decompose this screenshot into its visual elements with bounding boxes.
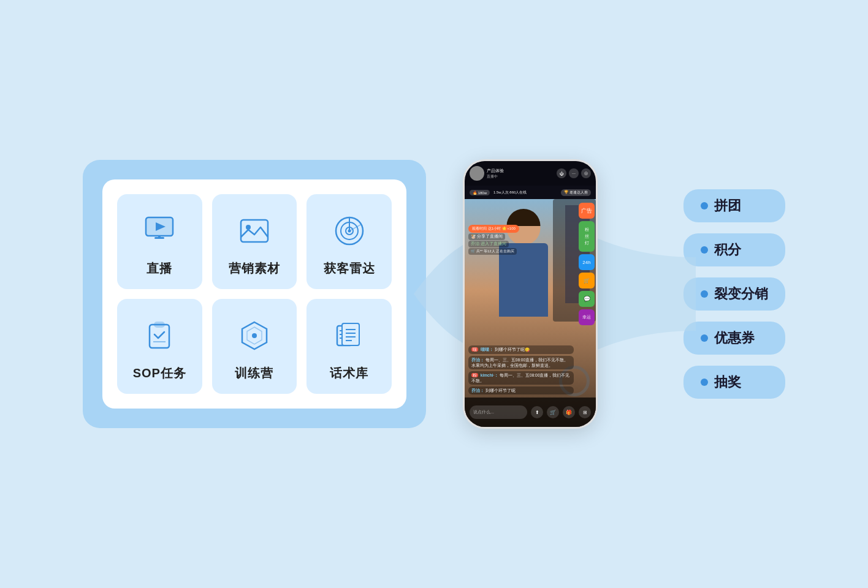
viewers-badge: 🔥 180w — [470, 190, 490, 195]
training-label: 训练营 — [235, 365, 273, 382]
pintuan-label: 拼团 — [714, 197, 741, 215]
topbar-icons: ⏻ ··· ◎ — [557, 168, 591, 178]
feature-jifen[interactable]: 积分 — [683, 233, 785, 266]
chat-msg-3: 乔治： 到哪个环节了呢 — [468, 386, 574, 394]
list-icon — [333, 320, 365, 352]
chat-msg-0: 喵 喵喵： 到哪个环节了呢😋 — [468, 345, 574, 353]
host-badge: 🏆 老逢达人推 — [561, 189, 591, 196]
chat-input[interactable]: 说点什么... — [470, 405, 527, 419]
grid-item-livestream[interactable]: 直播 — [117, 194, 202, 289]
svg-rect-24 — [342, 323, 359, 345]
share-bottom-icon[interactable]: ⬆ — [531, 406, 543, 418]
msg-content-3: 到哪个环节了呢 — [485, 388, 516, 393]
radar-label: 获客雷达 — [324, 260, 375, 277]
phone-screen: 产品体验 直播中 ⏻ ··· ◎ 🔥 180w 1.5w人次·860人在线 🏆 … — [465, 161, 596, 427]
gift-bottom-icon[interactable]: 🎁 — [563, 406, 575, 418]
training-icon-area — [235, 316, 274, 355]
lucky-icon[interactable]: 幸运 — [579, 309, 595, 325]
radar-icon-area — [330, 211, 369, 251]
jifen-label: 积分 — [714, 241, 741, 259]
grid-item-radar[interactable]: 获客雷达 — [306, 194, 392, 289]
livestream-label: 直播 — [147, 260, 172, 277]
online-count: 1.5w人次·860人在线 — [493, 190, 527, 195]
clipboard-icon — [143, 320, 175, 352]
play-icon — [143, 215, 175, 247]
feature-grid: 直播 营销素材 — [102, 179, 406, 409]
image-icon — [238, 215, 270, 247]
msg-badge-2: 粉 — [471, 373, 478, 377]
youhui-label: 优惠券 — [714, 329, 755, 347]
feature-liebian[interactable]: 裂变分销 — [683, 277, 785, 311]
pintuan-dot — [701, 202, 708, 209]
msg-badge-0: 喵 — [471, 347, 478, 352]
chat-msg-2: 粉 kimchi·： 每周一、三、五08:00直播，我们不见不散。 — [468, 371, 574, 385]
feature-pintuan[interactable]: 拼团 — [683, 189, 785, 222]
hexagon-icon — [238, 320, 270, 352]
grid-item-training[interactable]: 训练营 — [212, 299, 297, 394]
promo-icon[interactable]: 广告 — [579, 203, 595, 219]
choujiang-dot — [701, 379, 708, 386]
svg-rect-5 — [158, 236, 161, 239]
marketing-label: 营销素材 — [229, 260, 280, 277]
status-bar: 🔥 180w 1.5w人次·860人在线 🏆 老逢达人推 — [465, 186, 596, 199]
page-container: 直播 营销素材 — [0, 0, 868, 588]
shop-icon[interactable]: 🛒 — [579, 273, 595, 288]
marketing-icon-area — [235, 211, 274, 251]
cart-bottom-icon[interactable]: 🛒 — [547, 406, 559, 418]
streamer-avatar — [470, 166, 484, 181]
phone-mockup-wrapper: 产品体验 直播中 ⏻ ··· ◎ 🔥 180w 1.5w人次·860人在线 🏆 … — [463, 159, 598, 429]
msg-user-0: 喵喵： — [481, 347, 493, 352]
share-message: 🐮 分享了直播间 — [468, 233, 505, 240]
grid-item-script[interactable]: 话术库 — [306, 299, 392, 394]
power-icon-btn[interactable]: ⏻ — [557, 168, 566, 178]
more-icon-btn[interactable]: ··· — [569, 168, 579, 178]
side-quick-icons: 广告 粉丝灯 24h 🛒 💬 幸运 — [579, 203, 595, 325]
grid-item-marketing[interactable]: 营销素材 — [212, 194, 297, 289]
script-icon-area — [330, 316, 369, 355]
liebian-dot — [701, 290, 708, 298]
msg-content-1: 每周一、三、五08:00直播，我们不见不散。水果均为上午采摘，全国包邮，新鲜直送… — [471, 358, 568, 368]
phone-bottom-bar: 说点什么... ⬆ 🛒 🎁 ⊞ — [465, 398, 596, 427]
chat-msg-1: 乔治： 每周一、三、五08:00直播，我们不见不散。水果均为上午采摘，全国包邮，… — [468, 356, 574, 369]
svg-point-19 — [252, 333, 257, 338]
left-panel: 直播 营销素材 — [83, 160, 426, 428]
phone-topbar: 产品体验 直播中 ⏻ ··· ◎ — [465, 161, 596, 186]
grid-item-sop[interactable]: SOP任务 — [117, 299, 202, 394]
svg-rect-15 — [154, 322, 164, 327]
msg-user-1: 乔治： — [471, 358, 484, 362]
close-icon-btn[interactable]: ◎ — [581, 168, 591, 178]
fans-icon[interactable]: 粉丝灯 — [579, 221, 595, 252]
phone-mockup: 产品体验 直播中 ⏻ ··· ◎ 🔥 180w 1.5w人次·860人在线 🏆 … — [463, 159, 598, 429]
feature-youhui[interactable]: 优惠券 — [683, 322, 785, 355]
right-connector — [585, 196, 696, 392]
sop-icon-area — [140, 316, 179, 355]
youhui-dot — [701, 334, 708, 342]
msg-content-0: 到哪个环节了呢😋 — [495, 347, 530, 352]
chat-area: 喵 喵喵： 到哪个环节了呢😋 乔治： 每周一、三、五08:00直播，我们不见不散… — [468, 345, 574, 396]
script-label: 话术库 — [330, 365, 368, 382]
grid-bottom-icon[interactable]: ⊞ — [579, 406, 591, 418]
group-buy-message: 🛒 兵** 等12人 正在去购买 — [468, 248, 517, 255]
person-hair — [507, 209, 541, 226]
msg-user-2: kimchi·： — [481, 373, 498, 377]
liebian-label: 裂变分销 — [714, 285, 768, 303]
timer-badge: 观看时间 达1小时 🌟 +100 — [468, 225, 519, 233]
streamer-info: 产品体验 直播中 — [487, 168, 554, 179]
jifen-dot — [701, 246, 708, 254]
timer-icon[interactable]: 24h — [579, 254, 595, 270]
right-features-panel: 拼团 积分 裂变分销 优惠券 抽奖 — [683, 189, 785, 399]
sop-label: SOP任务 — [133, 365, 186, 382]
enter-message: 乔治 进入了直播间 — [468, 241, 509, 247]
livestream-icon-area — [140, 211, 179, 251]
feature-choujiang[interactable]: 抽奖 — [683, 366, 785, 399]
radar-icon — [333, 215, 365, 247]
wechat-icon[interactable]: 💬 — [579, 291, 595, 307]
choujiang-label: 抽奖 — [714, 373, 741, 391]
msg-user-3: 乔治： — [471, 388, 484, 393]
